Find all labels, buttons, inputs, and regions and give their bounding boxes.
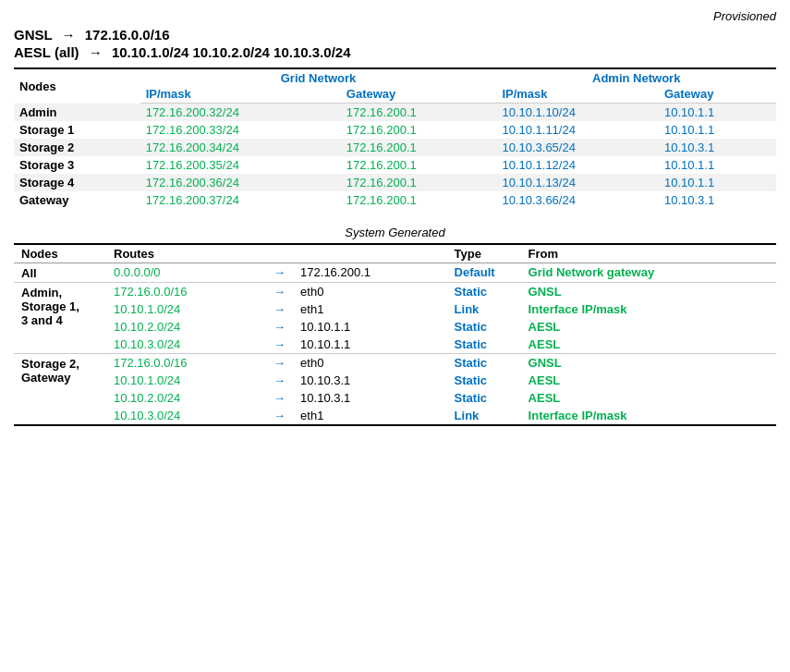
list-item: 10.10.2.0/24 → 10.10.3.1 Static AESL [14,389,776,407]
list-item: 10.10.1.0/24 → 10.10.3.1 Static AESL [14,372,776,389]
gnsl-line: GNSL → 172.16.0.0/16 [14,27,776,43]
list-item: 10.10.2.0/24 → 10.10.1.1 Static AESL [14,318,776,336]
table-row: Admin 172.16.200.32/24 172.16.200.1 10.1… [14,104,776,122]
admin-ip-cell: 10.10.1.11/24 [496,121,659,139]
admin-gw-cell: 10.10.1.1 [659,121,776,139]
route-dst-cell: 10.10.3.1 [293,389,447,407]
arrow-cell: → [266,354,293,373]
type-cell: Static [447,283,521,301]
route-src-cell: 10.10.2.0/24 [106,389,266,407]
from-cell: AESL [521,389,776,407]
route-dst-cell: 10.10.3.1 [293,372,447,389]
type-cell: Static [447,372,521,389]
route-dst-cell: eth1 [293,300,447,318]
admin-gw-cell: 10.10.1.1 [659,174,776,191]
table-row: Storage 4 172.16.200.36/24 172.16.200.1 … [14,174,776,191]
list-item: Storage 2,Gateway 172.16.0.0/16 → eth0 S… [14,354,776,373]
admin-gw-cell: 10.10.3.1 [659,139,776,156]
node-cell: Admin [14,104,140,122]
grid-gw-cell: 172.16.200.1 [341,191,497,209]
admin-gw-cell: 10.10.3.1 [659,191,776,209]
route-dst-cell: eth0 [293,283,447,301]
from-cell: Interface IP/mask [521,407,776,425]
route-src-cell: 10.10.3.0/24 [106,407,266,425]
from-cell: GNSL [521,283,776,301]
type-cell: Default [447,263,521,283]
route-src-cell: 10.10.3.0/24 [106,336,266,354]
grid-ip-cell: 172.16.200.37/24 [140,191,341,209]
grid-ip-cell: 172.16.200.33/24 [140,121,341,139]
arrow-cell: → [266,283,293,301]
node-cell: Storage 2 [14,139,140,156]
list-item: 10.10.3.0/24 → eth1 Link Interface IP/ma… [14,407,776,425]
aesl-line: AESL (all) → 10.10.1.0/24 10.10.2.0/24 1… [14,44,776,60]
grid-ip-cell: 172.16.200.35/24 [140,156,341,174]
list-item: All 0.0.0.0/0 → 172.16.200.1 Default Gri… [14,263,776,283]
system-generated-title: System Generated [14,226,776,239]
grid-gw-cell: 172.16.200.1 [341,121,497,139]
arrow-cell: → [266,336,293,354]
admin-gw-cell: 10.10.1.1 [659,156,776,174]
route-src-cell: 0.0.0.0/0 [106,263,266,283]
node-cell: Storage 1 [14,121,140,139]
from-cell: AESL [521,372,776,389]
route-dst-cell: eth1 [293,407,447,425]
route-src-cell: 10.10.1.0/24 [106,372,266,389]
node-cell: Storage 3 [14,156,140,174]
route-dst-cell: 10.10.1.1 [293,318,447,336]
routes-col-routes: Routes [106,244,447,263]
admin-gw-cell: 10.10.1.1 [659,104,776,122]
aesl-values: 10.10.1.0/24 10.10.2.0/24 10.10.3.0/24 [112,44,351,60]
route-dst-cell: 10.10.1.1 [293,336,447,354]
grid-ip-cell: 172.16.200.36/24 [140,174,341,191]
arrow-cell: → [266,318,293,336]
grid-gw-cell: 172.16.200.1 [341,156,497,174]
arrow-cell: → [266,263,293,283]
admin-ip-cell: 10.10.1.10/24 [496,104,659,122]
route-src-cell: 10.10.1.0/24 [106,300,266,318]
grid-gw-cell: 172.16.200.1 [341,104,497,122]
route-src-cell: 10.10.2.0/24 [106,318,266,336]
type-cell: Static [447,354,521,373]
arrow-cell: → [266,389,293,407]
arrow-cell: → [266,372,293,389]
route-src-cell: 172.16.0.0/16 [106,354,266,373]
list-item: 10.10.1.0/24 → eth1 Link Interface IP/ma… [14,300,776,318]
from-cell: Grid Network gateway [521,263,776,283]
route-dst-cell: eth0 [293,354,447,373]
routes-col-nodes: Nodes [14,244,106,263]
admin-ip-cell: 10.10.3.65/24 [496,139,659,156]
from-cell: Interface IP/mask [521,300,776,318]
type-cell: Static [447,389,521,407]
gnsl-arrow: → [62,27,76,43]
col-grid-gateway: Gateway [341,85,497,104]
node-cell: Storage 2,Gateway [14,354,106,426]
node-cell: Storage 4 [14,174,140,191]
aesl-arrow: → [89,44,103,60]
table-row: Gateway 172.16.200.37/24 172.16.200.1 10… [14,191,776,209]
gnsl-value: 172.16.0.0/16 [85,27,170,43]
arrow-cell: → [266,407,293,425]
node-cell: All [14,263,106,283]
from-cell: AESL [521,318,776,336]
from-cell: AESL [521,336,776,354]
routes-table: Nodes Routes Type From All 0.0.0.0/0 → 1… [14,243,776,426]
admin-ip-cell: 10.10.1.12/24 [496,156,659,174]
grid-ip-cell: 172.16.200.34/24 [140,139,341,156]
provisioned-label: Provisioned [14,9,776,23]
type-cell: Static [447,318,521,336]
list-item: Admin,Storage 1,3 and 4 172.16.0.0/16 → … [14,283,776,301]
arrow-cell: → [266,300,293,318]
col-admin-ipmask: IP/mask [496,85,659,104]
col-grid-ipmask: IP/mask [140,85,341,104]
table-row: Storage 3 172.16.200.35/24 172.16.200.1 … [14,156,776,174]
admin-network-header: Admin Network [496,68,776,85]
type-cell: Link [447,407,521,425]
type-cell: Static [447,336,521,354]
grid-network-header: Grid Network [140,68,497,85]
grid-gw-cell: 172.16.200.1 [341,139,497,156]
gnsl-label: GNSL [14,27,52,43]
grid-gw-cell: 172.16.200.1 [341,174,497,191]
routes-col-type: Type [447,244,521,263]
table-row: Storage 2 172.16.200.34/24 172.16.200.1 … [14,139,776,156]
